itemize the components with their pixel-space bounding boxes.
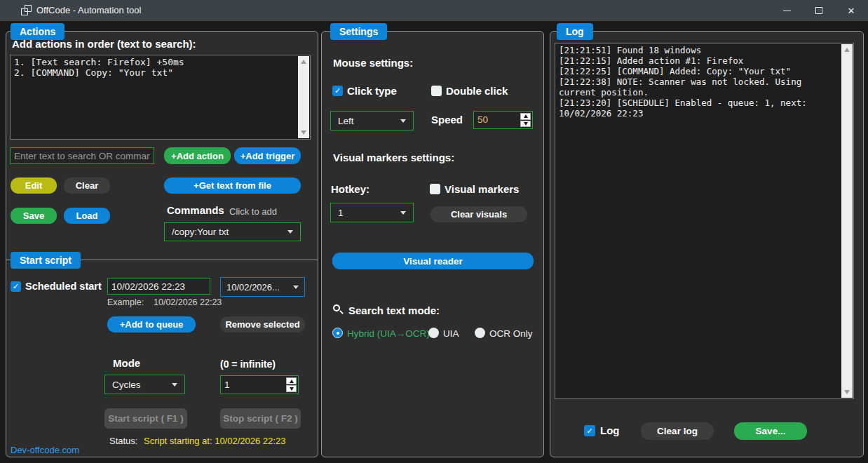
radio-ocr[interactable] xyxy=(475,328,485,338)
hotkey-dropdown[interactable]: 1 xyxy=(330,203,414,222)
add-to-queue-button[interactable]: +Add to queue xyxy=(107,316,196,333)
clear-button[interactable]: Clear xyxy=(64,177,110,194)
log-text: [21:21:51] Found 18 windows [21:22:15] A… xyxy=(559,45,839,397)
spin-up-icon xyxy=(290,380,294,383)
visual-markers-checkbox[interactable] xyxy=(430,184,440,194)
spin-down-icon xyxy=(524,122,528,126)
spin-down-button[interactable] xyxy=(520,121,531,128)
radio-uia-label: UIA xyxy=(443,328,459,339)
save-button[interactable]: Save xyxy=(11,208,57,224)
clear-log-button[interactable]: Clear log xyxy=(641,422,714,440)
spin-down-icon xyxy=(290,387,294,391)
click-type-value: Left xyxy=(338,116,354,126)
visual-markers-label: Visual markers xyxy=(445,183,519,195)
status-value: Script starting at: 10/02/2026 22:23 xyxy=(144,436,285,446)
commands-dropdown-value: /copy:Your txt xyxy=(172,227,229,237)
spin-down-button[interactable] xyxy=(286,385,297,392)
schedule-queue-dropdown[interactable]: 10/02/2026... xyxy=(220,277,305,297)
clear-visuals-button[interactable]: Clear visuals xyxy=(430,206,527,222)
chevron-down-icon xyxy=(400,211,406,215)
app-icon xyxy=(21,5,32,15)
radio-hybrid-label: Hybrid (UIA→OCR) xyxy=(347,328,430,339)
get-text-from-file-button[interactable]: +Get text from file xyxy=(164,177,301,194)
minimize-button[interactable] xyxy=(771,0,803,21)
radio-hybrid[interactable] xyxy=(332,328,343,338)
schedule-datetime-input[interactable] xyxy=(107,278,210,295)
tab-log: Log xyxy=(557,23,593,40)
log-scrollbar[interactable] xyxy=(841,44,853,398)
chevron-down-icon xyxy=(400,119,406,123)
close-icon: ✕ xyxy=(848,6,855,15)
example-label: Example: xyxy=(107,297,144,307)
action-list-scrollbar[interactable] xyxy=(298,56,309,138)
spin-up-icon xyxy=(524,114,528,118)
speed-input[interactable]: 50 xyxy=(473,111,533,129)
chevron-down-icon xyxy=(172,383,177,387)
log-checkbox[interactable]: ✓ xyxy=(584,425,595,436)
infinite-label: (0 = infinite) xyxy=(220,358,276,370)
hotkey-label: Hotkey: xyxy=(331,183,369,195)
cycles-input[interactable]: 1 xyxy=(220,375,299,394)
start-script-button[interactable]: Start script ( F1 ) xyxy=(104,408,187,429)
settings-panel: Settings Mouse settings: ✓ Click type Do… xyxy=(321,31,544,457)
mode-dropdown[interactable]: Cycles xyxy=(104,375,185,394)
titlebar: OffCode - Automation tool ✕ xyxy=(0,0,868,21)
visual-markers-heading: Visual markers settings: xyxy=(333,152,454,163)
load-button[interactable]: Load xyxy=(64,208,110,224)
scroll-down-icon xyxy=(301,130,306,135)
edit-button[interactable]: Edit xyxy=(11,177,57,194)
search-mode-heading: Search text mode: xyxy=(348,304,440,316)
window-title: OffCode - Automation tool xyxy=(36,5,141,15)
log-box[interactable]: [21:21:51] Found 18 windows [21:22:15] A… xyxy=(555,43,854,399)
scheduled-start-checkbox[interactable]: ✓ xyxy=(11,281,21,292)
minimize-icon xyxy=(783,11,791,11)
radio-uia[interactable] xyxy=(428,328,439,338)
check-icon: ✓ xyxy=(13,282,19,291)
speed-value: 50 xyxy=(477,114,488,125)
speed-spinner xyxy=(520,112,531,128)
double-click-checkbox[interactable] xyxy=(431,86,442,96)
chevron-down-icon xyxy=(287,230,293,234)
add-trigger-button[interactable]: +Add trigger xyxy=(234,147,301,164)
double-click-label: Double click xyxy=(446,85,508,97)
action-list-text: 1. [Text search: Firefox] +50ms 2. [COMM… xyxy=(14,57,295,137)
speed-label: Speed xyxy=(431,114,463,126)
tab-start-script: Start script xyxy=(11,252,81,269)
maximize-button[interactable] xyxy=(803,0,835,21)
action-list[interactable]: 1. [Text search: Firefox] +50ms 2. [COMM… xyxy=(10,55,311,140)
example-value: 10/02/2026 22:23 xyxy=(154,297,222,307)
hotkey-value: 1 xyxy=(338,208,344,218)
spin-up-button[interactable] xyxy=(286,377,297,384)
check-icon: ✓ xyxy=(586,427,592,436)
schedule-queue-value: 10/02/2026... xyxy=(226,282,280,293)
click-type-dropdown[interactable]: Left xyxy=(330,111,414,130)
chevron-down-icon xyxy=(293,286,299,289)
spin-up-button[interactable] xyxy=(520,113,531,120)
stop-script-button[interactable]: Stop script ( F2 ) xyxy=(220,408,301,429)
tab-settings: Settings xyxy=(330,23,387,40)
mode-label: Mode xyxy=(113,357,140,369)
radio-ocr-label: OCR Only xyxy=(489,328,533,339)
commands-dropdown[interactable]: /copy:Your txt xyxy=(164,222,301,241)
visual-reader-button[interactable]: Visual reader xyxy=(332,253,534,269)
close-button[interactable]: ✕ xyxy=(835,0,867,21)
click-type-checkbox[interactable]: ✓ xyxy=(332,86,343,96)
log-checkbox-label: Log xyxy=(600,424,620,436)
commands-hint: Click to add xyxy=(229,206,277,217)
add-action-button[interactable]: +Add action xyxy=(164,147,231,164)
scroll-up-icon xyxy=(301,60,306,64)
log-panel: Log [21:21:51] Found 18 windows [21:22:1… xyxy=(550,31,864,457)
status-label: Status: xyxy=(109,436,137,446)
scroll-up-icon xyxy=(844,48,850,52)
mode-dropdown-value: Cycles xyxy=(112,380,141,390)
website-link[interactable]: Dev-offcode.com xyxy=(11,445,79,455)
remove-selected-button[interactable]: Remove selected xyxy=(220,316,305,333)
save-log-button[interactable]: Save... xyxy=(734,422,807,440)
cycles-value: 1 xyxy=(224,380,230,390)
search-icon xyxy=(332,304,344,315)
scroll-down-icon xyxy=(844,390,850,394)
actions-heading: Add actions in order (text to search): xyxy=(12,38,196,50)
check-icon: ✓ xyxy=(334,86,341,95)
search-input[interactable] xyxy=(10,147,154,164)
radio-dot-icon xyxy=(337,332,339,335)
